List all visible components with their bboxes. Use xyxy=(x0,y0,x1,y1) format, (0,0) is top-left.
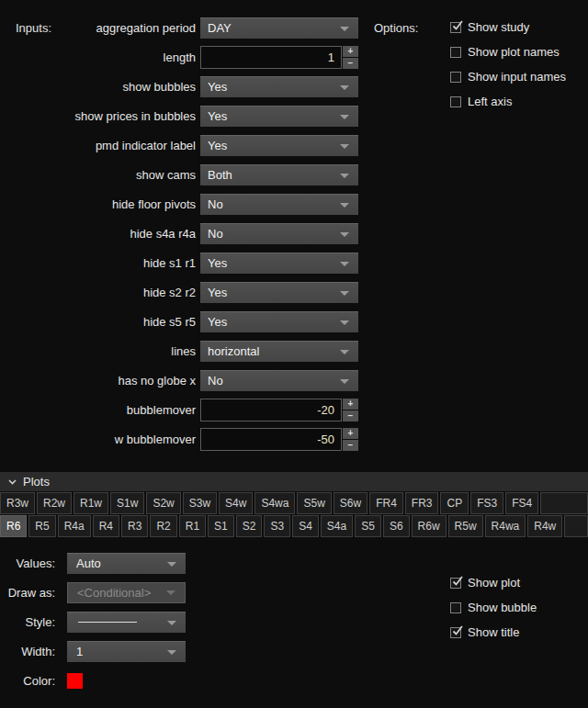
select-value: 1 xyxy=(76,645,83,658)
left-axis-checkbox[interactable] xyxy=(450,96,461,107)
plot-tab-s4[interactable]: S4 xyxy=(292,515,319,537)
has-no-globe-x-select[interactable]: No xyxy=(200,370,358,391)
checkbox-label: Left axis xyxy=(468,95,512,108)
plot-tab-s4w[interactable]: S4w xyxy=(219,492,253,514)
show-cams-select[interactable]: Both xyxy=(200,164,358,185)
show-input-names-checkbox[interactable] xyxy=(450,72,461,83)
plot-tab-r2w[interactable]: R2w xyxy=(37,492,72,514)
number-value: 1 xyxy=(328,51,334,64)
plot-tab-s5w[interactable]: S5w xyxy=(297,492,331,514)
select-value: Both xyxy=(208,168,232,182)
hide-s1-r1-select[interactable]: Yes xyxy=(200,253,358,274)
chevron-down-icon xyxy=(166,590,175,595)
checkbox-row: Show plot names xyxy=(450,39,566,64)
plot-tab-cp[interactable]: CP xyxy=(440,492,469,514)
show-title-checkbox[interactable] xyxy=(450,627,461,638)
plot-tab-s3[interactable]: S3 xyxy=(264,515,290,537)
plot-tab-s6[interactable]: S6 xyxy=(383,515,410,537)
plot-tab-fs4[interactable]: FS4 xyxy=(505,492,538,514)
plot-tab-r2[interactable]: R2 xyxy=(150,515,176,537)
plot-tab-r1[interactable]: R1 xyxy=(179,515,206,537)
show-prices-in-bubbles-select[interactable]: Yes xyxy=(200,106,358,127)
plot-tabs-row-1: R3w R2w R1w S1w S2w S3w S4w S4wa S5w S6w… xyxy=(0,492,588,514)
style-label: Style: xyxy=(0,615,55,629)
plots-section-header[interactable]: Plots xyxy=(0,472,588,491)
plot-tab-s4wa[interactable]: S4wa xyxy=(254,492,295,514)
plot-tab-s4a[interactable]: S4a xyxy=(321,515,353,537)
chevron-down-icon xyxy=(340,144,349,149)
increment-button[interactable]: + xyxy=(343,428,358,439)
number-field[interactable]: -20 xyxy=(200,399,342,421)
decrement-button[interactable]: − xyxy=(343,410,358,421)
plot-tab-r3w[interactable]: R3w xyxy=(0,492,35,514)
plot-tab-r1w[interactable]: R1w xyxy=(74,492,108,514)
chevron-down-icon xyxy=(167,562,176,567)
show-plot-checkbox[interactable] xyxy=(450,578,461,589)
select-value: Yes xyxy=(208,109,227,123)
plot-tab-r6[interactable]: R6 xyxy=(0,515,27,537)
decrement-button[interactable]: − xyxy=(343,58,358,69)
input-row: bubblemover -20 + − xyxy=(0,395,358,424)
checkbox-label: Show plot names xyxy=(468,45,560,59)
plot-tab-s2[interactable]: S2 xyxy=(236,515,263,537)
number-field[interactable]: -50 xyxy=(200,428,342,451)
width-select[interactable]: 1 xyxy=(67,641,186,662)
input-row: hide s5 r5 Yes xyxy=(0,307,358,336)
plot-tab-r4w[interactable]: R4w xyxy=(527,515,562,537)
plot-tab-r6w[interactable]: R6w xyxy=(412,515,447,537)
setting-row: Width: 1 xyxy=(0,636,186,666)
input-label: hide s2 r2 xyxy=(0,286,196,299)
plot-tab-s5[interactable]: S5 xyxy=(355,515,381,537)
show-bubble-checkbox[interactable] xyxy=(450,602,461,613)
input-label: pmd indicator label xyxy=(0,139,196,152)
plot-tab-s6w[interactable]: S6w xyxy=(334,492,368,514)
values-select[interactable]: Auto xyxy=(67,553,186,574)
tab-filler xyxy=(540,492,588,514)
plot-tab-s3w[interactable]: S3w xyxy=(183,492,217,514)
draw-as-label: Draw as: xyxy=(0,586,55,600)
select-value: DAY xyxy=(208,21,232,35)
show-study-checkbox[interactable] xyxy=(450,22,461,33)
show-bubbles-select[interactable]: Yes xyxy=(200,76,358,97)
plot-tab-r3[interactable]: R3 xyxy=(121,515,148,537)
plot-tab-s1[interactable]: S1 xyxy=(208,515,234,537)
input-row: pmd indicator label Yes xyxy=(0,130,358,160)
color-swatch[interactable] xyxy=(67,673,83,689)
input-label: aggregation period xyxy=(0,21,196,35)
tab-filler xyxy=(564,515,588,537)
number-field[interactable]: 1 xyxy=(200,46,342,69)
plot-tab-s2w[interactable]: S2w xyxy=(146,492,180,514)
plot-tab-fs3[interactable]: FS3 xyxy=(470,492,503,514)
plot-tab-s1w[interactable]: S1w xyxy=(110,492,144,514)
plot-tab-r5[interactable]: R5 xyxy=(28,515,55,537)
plot-tab-r4wa[interactable]: R4wa xyxy=(485,515,526,537)
increment-button[interactable]: + xyxy=(343,46,358,57)
checkbox-label: Show plot xyxy=(468,576,520,590)
plot-tab-r5w[interactable]: R5w xyxy=(448,515,483,537)
style-select[interactable] xyxy=(67,612,186,633)
aggregation-period-select[interactable]: DAY xyxy=(200,17,358,39)
hide-s4a-r4a-select[interactable]: No xyxy=(200,223,358,244)
checkbox-label: Show bubble xyxy=(468,601,537,614)
input-label: w bubblemover xyxy=(0,433,196,446)
increment-button[interactable]: + xyxy=(343,399,358,410)
chevron-down-icon xyxy=(340,27,349,31)
show-plot-names-checkbox[interactable] xyxy=(450,47,461,58)
pmd-indicator-label-select[interactable]: Yes xyxy=(200,135,358,156)
input-label: length xyxy=(0,51,196,64)
hide-s5-r5-select[interactable]: Yes xyxy=(200,311,358,332)
plot-tab-fr3[interactable]: FR3 xyxy=(405,492,439,514)
checkbox-label: Show title xyxy=(468,625,519,639)
input-row: show bubbles Yes xyxy=(0,72,358,101)
chevron-down-icon xyxy=(340,174,349,178)
hide-s2-r2-select[interactable]: Yes xyxy=(200,282,358,303)
plot-tab-r4[interactable]: R4 xyxy=(93,515,119,537)
number-value: -50 xyxy=(317,433,334,446)
input-label: has no globe x xyxy=(0,374,196,388)
plot-tab-r4a[interactable]: R4a xyxy=(58,515,91,537)
input-label: bubblemover xyxy=(0,403,196,417)
plot-tab-fr4[interactable]: FR4 xyxy=(369,492,403,514)
decrement-button[interactable]: − xyxy=(343,440,358,451)
lines-select[interactable]: horizontal xyxy=(200,341,358,362)
hide-floor-pivots-select[interactable]: No xyxy=(200,194,358,215)
